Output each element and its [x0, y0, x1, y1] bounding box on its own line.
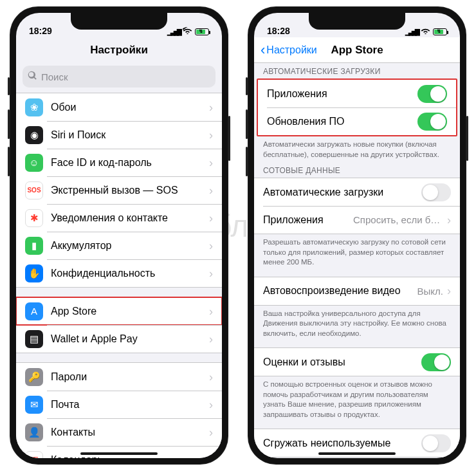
- chevron-right-icon: ›: [447, 214, 451, 226]
- row-label: Siri и Поиск: [51, 129, 209, 141]
- chevron-right-icon: ›: [209, 129, 213, 141]
- settings-row-wallet[interactable]: ▤Wallet и Apple Pay›: [16, 325, 222, 353]
- signal-icon: ▁▃▅▇: [405, 28, 418, 35]
- setting-row-cell-auto[interactable]: Автоматические загрузки: [254, 178, 460, 206]
- status-time: 18:29: [29, 26, 52, 36]
- setting-row-updates[interactable]: Обновления ПО: [258, 107, 456, 135]
- row-label: Уведомления о контакте: [51, 212, 209, 224]
- row-label: Почта: [51, 399, 209, 411]
- section-header: СОТОВЫЕ ДАННЫЕ: [254, 162, 460, 178]
- search-icon: [28, 71, 37, 82]
- siri-icon: ◉: [25, 126, 43, 144]
- chevron-right-icon: ›: [209, 454, 213, 459]
- row-label: Контакты: [51, 427, 209, 438]
- wallet-icon: ▤: [25, 330, 43, 348]
- settings-row-privacy[interactable]: ✋Конфиденциальность›: [16, 259, 222, 287]
- toggle-updates[interactable]: [417, 113, 447, 131]
- settings-row-mail[interactable]: ✉Почта›: [16, 391, 222, 418]
- toggle-cell-auto[interactable]: [421, 183, 451, 201]
- section-footer: С помощью встроенных оценок и отзывов мо…: [254, 376, 460, 422]
- setting-row-autoplay[interactable]: Автовоспроизведение видеоВыкл.›: [254, 277, 460, 305]
- section-footer: Ваша настройка универсального доступа дл…: [254, 306, 460, 342]
- row-label: Обновления ПО: [267, 116, 417, 127]
- chevron-right-icon: ›: [209, 102, 213, 113]
- home-indicator[interactable]: [80, 452, 158, 455]
- row-label: Конфиденциальность: [51, 268, 209, 279]
- navbar: Настройки: [16, 37, 222, 63]
- section-footer: Автоматически удалять неиспользуемые при…: [254, 457, 460, 458]
- chevron-right-icon: ›: [209, 306, 213, 317]
- battery-icon: ↯: [433, 28, 447, 35]
- row-detail: Выкл.: [417, 286, 443, 297]
- notch: [71, 13, 167, 30]
- row-label: Пароли: [51, 371, 209, 383]
- privacy-icon: ✋: [25, 264, 43, 282]
- page-title: Настройки: [90, 44, 148, 57]
- signal-icon: ▁▃▅▇: [167, 28, 180, 35]
- chevron-right-icon: ›: [209, 185, 213, 196]
- chevron-right-icon: ›: [209, 371, 213, 383]
- settings-row-siri[interactable]: ◉Siri и Поиск›: [16, 121, 222, 149]
- faceid-icon: ☺: [25, 154, 43, 172]
- search-placeholder: Поиск: [41, 71, 68, 82]
- passwords-icon: 🔑: [25, 368, 43, 386]
- battery-icon: ▮: [25, 237, 43, 255]
- row-label: Автоматические загрузки: [263, 187, 421, 198]
- exposure-icon: ✱: [25, 209, 43, 227]
- chevron-right-icon: ›: [209, 268, 213, 279]
- phone-left: 18:29 ▁▃▅▇ ↯ Настройки Поиск ❀Обои›◉Siri…: [10, 6, 228, 465]
- toggle-ratings[interactable]: [421, 353, 451, 371]
- toggle-offload[interactable]: [421, 434, 451, 452]
- appstore-icon: A: [25, 302, 43, 320]
- row-label: Оценки и отзывы: [263, 356, 421, 368]
- chevron-right-icon: ›: [209, 212, 213, 224]
- row-label: Обои: [51, 102, 209, 113]
- navbar: ‹ Настройки App Store: [254, 37, 460, 63]
- settings-row-appstore[interactable]: AApp Store›: [16, 297, 222, 325]
- settings-row-wallpaper[interactable]: ❀Обои›: [16, 93, 222, 121]
- phone-right: 18:28 ▁▃▅▇ ↯ ‹ Настройки App Store АВТОМ…: [248, 6, 466, 465]
- battery-icon: ↯: [195, 28, 209, 35]
- row-label: Экстренный вызов — SOS: [51, 185, 209, 196]
- chevron-right-icon: ›: [209, 333, 213, 345]
- row-label: Приложения: [267, 88, 417, 100]
- status-time: 18:28: [267, 26, 290, 36]
- settings-row-exposure[interactable]: ✱Уведомления о контакте›: [16, 204, 222, 232]
- settings-row-faceid[interactable]: ☺Face ID и код-пароль›: [16, 149, 222, 176]
- wifi-icon: [421, 27, 430, 36]
- setting-row-ratings[interactable]: Оценки и отзывы: [254, 348, 460, 376]
- chevron-right-icon: ›: [209, 157, 213, 169]
- toggle-apps[interactable]: [417, 85, 447, 103]
- row-label: App Store: [51, 306, 209, 317]
- setting-row-apps[interactable]: Приложения: [258, 80, 456, 107]
- settings-row-contacts[interactable]: 👤Контакты›: [16, 418, 222, 446]
- settings-row-passwords[interactable]: 🔑Пароли›: [16, 363, 222, 391]
- section-header: АВТОМАТИЧЕСКИЕ ЗАГРУЗКИ: [254, 63, 460, 78]
- row-label: Face ID и код-пароль: [51, 157, 209, 169]
- row-label: Wallet и Apple Pay: [51, 333, 209, 345]
- chevron-right-icon: ›: [209, 240, 213, 252]
- home-indicator[interactable]: [318, 452, 396, 455]
- chevron-right-icon: ›: [209, 427, 213, 438]
- calendar-icon: ▦: [25, 451, 43, 459]
- chevron-right-icon: ›: [209, 399, 213, 411]
- page-title: App Store: [331, 44, 383, 57]
- back-button[interactable]: ‹ Настройки: [261, 43, 317, 57]
- row-label: Автовоспроизведение видео: [263, 285, 417, 297]
- settings-row-sos[interactable]: SOSЭкстренный вызов — SOS›: [16, 176, 222, 204]
- section-footer: Разрешать автоматическую загрузку по сот…: [254, 234, 460, 270]
- setting-row-cell-apps[interactable]: ПриложенияСпросить, если больше 200...›: [254, 206, 460, 234]
- mail-icon: ✉: [25, 396, 43, 414]
- search-input[interactable]: Поиск: [23, 66, 215, 88]
- row-label: Сгружать неиспользуемые: [263, 438, 421, 449]
- contacts-icon: 👤: [25, 423, 43, 441]
- row-label: Аккумулятор: [51, 240, 209, 252]
- wallpaper-icon: ❀: [25, 98, 43, 116]
- wifi-icon: [183, 27, 192, 36]
- settings-row-battery[interactable]: ▮Аккумулятор›: [16, 232, 222, 259]
- section-footer: Автоматически загружать новые покупки (в…: [254, 136, 460, 162]
- sos-icon: SOS: [25, 181, 43, 199]
- notch: [309, 13, 405, 30]
- chevron-left-icon: ‹: [261, 43, 265, 57]
- row-label: Приложения: [263, 214, 353, 226]
